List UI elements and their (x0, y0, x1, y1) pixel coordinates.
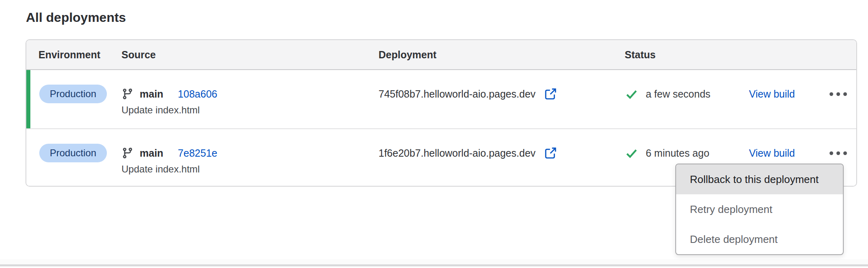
menu-item-rollback[interactable]: Rollback to this deployment (676, 164, 843, 194)
kebab-menu-button[interactable] (825, 85, 851, 103)
view-build-link[interactable]: View build (749, 85, 795, 103)
check-icon (625, 147, 638, 159)
source-cell: main 7e8251e (121, 144, 217, 162)
deployment-url: 745f08b7.helloworld-aio.pages.dev (379, 88, 536, 100)
check-icon (625, 88, 638, 100)
footer-divider (0, 264, 868, 266)
git-branch-icon (121, 88, 134, 100)
menu-item-delete[interactable]: Delete deployment (676, 224, 843, 254)
context-menu: Rollback to this deployment Retry deploy… (675, 164, 844, 255)
deployment-row: Production main 108a606 Update index.htm… (26, 70, 856, 129)
menu-item-retry[interactable]: Retry deployment (676, 194, 843, 224)
footer-band (0, 259, 868, 264)
deployment-cell: 745f08b7.helloworld-aio.pages.dev (379, 85, 557, 103)
source-cell: main 108a606 (121, 85, 217, 103)
branch-name: main (140, 88, 163, 100)
column-header-deployment: Deployment (379, 40, 436, 69)
external-link-icon[interactable] (544, 87, 557, 101)
column-header-source: Source (121, 40, 156, 69)
environment-badge: Production (39, 85, 107, 103)
status-cell: 6 minutes ago (625, 144, 709, 162)
external-link-icon[interactable] (544, 146, 557, 160)
branch-name: main (140, 147, 163, 159)
status-time: a few seconds (646, 88, 711, 100)
status-time: 6 minutes ago (646, 147, 709, 159)
deployment-url: 1f6e20b7.helloworld-aio.pages.dev (379, 147, 536, 159)
git-branch-icon (121, 147, 134, 159)
deployments-page: All deployments Environment Source Deplo… (0, 0, 868, 268)
current-deployment-indicator (26, 70, 30, 128)
commit-link[interactable]: 7e8251e (178, 147, 217, 159)
commit-message: Update index.html (121, 104, 200, 116)
environment-badge: Production (39, 144, 107, 162)
column-header-status: Status (625, 40, 655, 69)
view-build-link[interactable]: View build (749, 144, 795, 162)
column-header-environment: Environment (38, 40, 100, 69)
page-title: All deployments (26, 9, 126, 26)
commit-link[interactable]: 108a606 (178, 88, 217, 100)
deployment-cell: 1f6e20b7.helloworld-aio.pages.dev (379, 144, 557, 162)
status-cell: a few seconds (625, 85, 711, 103)
commit-message: Update index.html (121, 163, 200, 175)
table-header: Environment Source Deployment Status (26, 40, 856, 70)
kebab-menu-button[interactable] (825, 144, 851, 162)
